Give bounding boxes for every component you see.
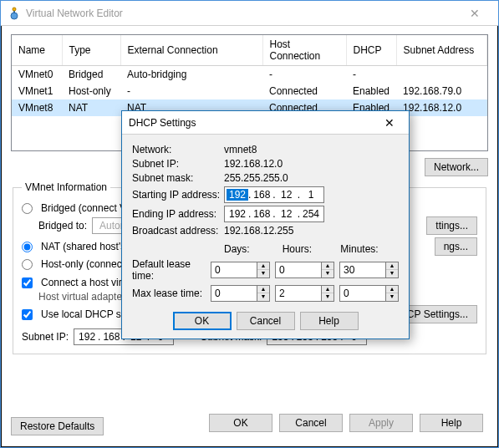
use-dhcp-check[interactable] bbox=[22, 309, 33, 320]
default-lease-days[interactable]: ▲▼ bbox=[211, 262, 270, 278]
col-host[interactable]: Host Connection bbox=[262, 35, 346, 66]
ok-button[interactable]: OK bbox=[209, 414, 272, 432]
bridged-settings-button[interactable]: ttings... bbox=[426, 216, 477, 235]
spin-down-icon[interactable]: ▼ bbox=[322, 293, 334, 301]
app-icon bbox=[8, 7, 21, 20]
modal-title: DHCP Settings bbox=[129, 117, 377, 129]
nat-settings-button[interactable]: ngs... bbox=[435, 237, 477, 256]
spin-down-icon[interactable]: ▼ bbox=[386, 293, 398, 301]
table-row[interactable]: VMnet0 Bridged Auto-bridging - - bbox=[12, 66, 487, 84]
spin-up-icon[interactable]: ▲ bbox=[322, 262, 334, 270]
max-lease-minutes[interactable]: ▲▼ bbox=[339, 285, 399, 302]
spin-down-icon[interactable]: ▼ bbox=[257, 293, 269, 301]
broadcast-label: Broadcast address: bbox=[132, 225, 224, 237]
col-name[interactable]: Name bbox=[12, 35, 62, 66]
hours-label: Hours: bbox=[283, 243, 341, 255]
spin-up-icon[interactable]: ▲ bbox=[322, 286, 334, 293]
help-button[interactable]: Help bbox=[420, 414, 483, 432]
host-adapter-label: Host virtual adapter bbox=[38, 291, 125, 303]
svg-point-0 bbox=[11, 13, 18, 19]
spin-up-icon[interactable]: ▲ bbox=[257, 286, 269, 293]
start-ip-input[interactable]: 192. 168. 12. 1 bbox=[224, 186, 324, 203]
m-subnet-ip-label: Subnet IP: bbox=[132, 158, 224, 170]
modal-cancel-button[interactable]: Cancel bbox=[237, 312, 295, 330]
cancel-button[interactable]: Cancel bbox=[279, 414, 343, 432]
host-only-radio[interactable] bbox=[22, 259, 33, 270]
network-label: Network: bbox=[132, 144, 224, 155]
spin-down-icon[interactable]: ▼ bbox=[257, 270, 269, 277]
max-lease-label: Max lease time: bbox=[132, 288, 206, 299]
end-ip-label: Ending IP address: bbox=[132, 208, 224, 220]
spin-down-icon[interactable]: ▼ bbox=[322, 270, 334, 277]
modal-help-button[interactable]: Help bbox=[300, 312, 359, 330]
svg-point-2 bbox=[13, 8, 16, 11]
modal-titlebar: DHCP Settings ✕ bbox=[122, 111, 409, 135]
connect-host-check[interactable] bbox=[22, 277, 33, 288]
subnet-ip-label: Subnet IP: bbox=[22, 331, 69, 343]
minutes-label: Minutes: bbox=[340, 243, 399, 255]
default-lease-hours[interactable]: ▲▼ bbox=[275, 262, 334, 278]
nat-radio[interactable] bbox=[22, 242, 33, 252]
m-subnet-mask-value: 255.255.255.0 bbox=[224, 172, 399, 184]
col-type[interactable]: Type bbox=[62, 35, 120, 66]
host-only-label: Host-only (connect V bbox=[41, 258, 134, 270]
vmnet-legend: VMnet Information bbox=[22, 181, 110, 193]
spin-up-icon[interactable]: ▲ bbox=[386, 286, 398, 293]
m-subnet-mask-label: Subnet mask: bbox=[132, 172, 224, 184]
restore-defaults-button[interactable]: Restore Defaults bbox=[11, 417, 104, 435]
modal-close-icon[interactable]: ✕ bbox=[377, 116, 402, 130]
max-lease-days[interactable]: ▲▼ bbox=[211, 285, 270, 302]
spin-up-icon[interactable]: ▲ bbox=[386, 262, 398, 270]
days-label: Days: bbox=[224, 243, 283, 255]
nat-label: NAT (shared host's I bbox=[41, 241, 131, 252]
max-lease-hours[interactable]: ▲▼ bbox=[275, 285, 334, 302]
col-dhcp[interactable]: DHCP bbox=[346, 35, 396, 66]
col-subnet[interactable]: Subnet Address bbox=[396, 35, 486, 66]
spin-up-icon[interactable]: ▲ bbox=[257, 262, 269, 270]
close-icon[interactable]: ✕ bbox=[458, 3, 491, 23]
table-row[interactable]: VMnet1 Host-only - Connected Enabled 192… bbox=[12, 83, 487, 99]
dhcp-settings-dialog: DHCP Settings ✕ Network:vmnet8 Subnet IP… bbox=[121, 110, 410, 339]
connect-host-label: Connect a host virtu bbox=[41, 277, 130, 288]
spin-down-icon[interactable]: ▼ bbox=[386, 270, 398, 277]
broadcast-value: 192.168.12.255 bbox=[224, 225, 399, 237]
end-ip-input[interactable]: 192. 168. 12. 254 bbox=[224, 206, 324, 222]
titlebar: Virtual Network Editor ✕ bbox=[1, 1, 498, 26]
window-title: Virtual Network Editor bbox=[26, 8, 458, 19]
m-subnet-ip-value: 192.168.12.0 bbox=[224, 158, 399, 170]
default-lease-minutes[interactable]: ▲▼ bbox=[339, 262, 399, 278]
default-lease-label: Default lease time: bbox=[132, 258, 206, 282]
change-network-button[interactable]: Network... bbox=[425, 158, 488, 176]
bridged-to-label: Bridged to: bbox=[38, 220, 87, 232]
start-ip-label: Starting IP address: bbox=[132, 189, 224, 201]
bridged-radio[interactable] bbox=[22, 203, 33, 214]
modal-ok-button[interactable]: OK bbox=[173, 312, 232, 330]
apply-button[interactable]: Apply bbox=[349, 414, 413, 432]
col-ext[interactable]: External Connection bbox=[120, 35, 262, 66]
network-value: vmnet8 bbox=[224, 144, 399, 155]
